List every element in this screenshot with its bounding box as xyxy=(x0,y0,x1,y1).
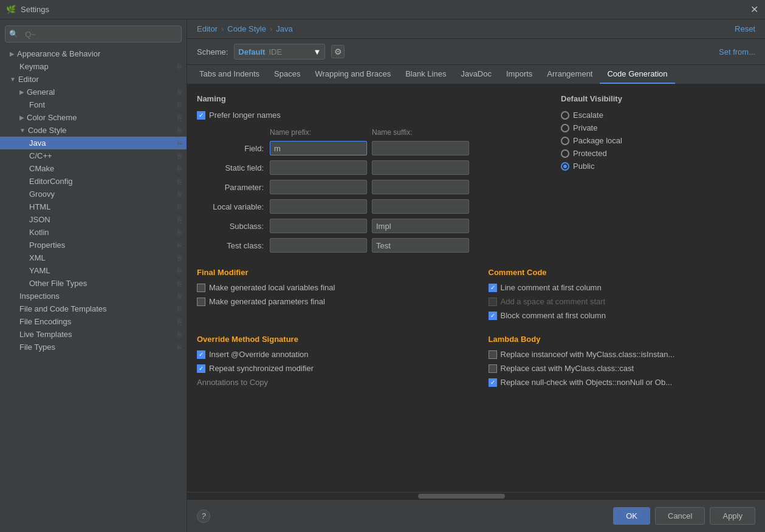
apply-button[interactable]: Apply xyxy=(710,507,755,525)
comment-code-label-2: Block comment at first column xyxy=(501,311,606,320)
name-suffix-input-0[interactable] xyxy=(372,141,469,155)
override-checkbox-1[interactable] xyxy=(197,364,205,373)
sidebar-item-yaml[interactable]: YAML⎘ xyxy=(0,264,187,277)
name-prefix-input-5[interactable] xyxy=(270,238,367,253)
prefer-longer-row[interactable]: Prefer longer names xyxy=(197,111,537,120)
name-suffix-input-2[interactable] xyxy=(372,180,469,194)
radio-label-2: Package local xyxy=(573,136,622,145)
sidebar-item-java[interactable]: Java⎘ xyxy=(0,137,187,149)
sidebar-item-keymap[interactable]: Keymap⎘ xyxy=(0,60,187,73)
sidebar-item-kotlin[interactable]: Kotlin⎘ xyxy=(0,226,187,239)
radio-item-3[interactable]: Protected xyxy=(561,149,755,158)
search-input[interactable] xyxy=(21,30,177,39)
final-modifier-option-1[interactable]: Make generated parameters final xyxy=(197,297,464,306)
set-from-link[interactable]: Set from... xyxy=(719,47,755,56)
sidebar-item-label: Code Style xyxy=(28,126,67,135)
tab-wrapping[interactable]: Wrapping and Braces xyxy=(307,65,398,84)
sidebar-item-general[interactable]: ▶General⎘ xyxy=(0,86,187,98)
sidebar-item-properties[interactable]: Properties⎘ xyxy=(0,239,187,251)
tab-code-gen[interactable]: Code Generation xyxy=(600,65,674,84)
close-button[interactable]: ✕ xyxy=(749,5,759,15)
sidebar-item-color-scheme[interactable]: ▶Color Scheme⎘ xyxy=(0,111,187,124)
ok-button[interactable]: OK xyxy=(613,507,650,525)
arrow-icon: ▶ xyxy=(19,89,24,95)
sidebar-item-label: File Encodings xyxy=(19,317,71,326)
lambda-checkbox-1[interactable] xyxy=(489,364,497,373)
tab-javadoc[interactable]: JavaDoc xyxy=(453,65,499,84)
breadcrumb-java[interactable]: Java xyxy=(276,24,292,33)
sidebar-item-cmake[interactable]: CMake⎘ xyxy=(0,162,187,175)
lambda-checkbox-2[interactable] xyxy=(489,378,497,387)
radio-circle-1 xyxy=(561,124,569,132)
name-prefix-input-0[interactable] xyxy=(270,141,367,155)
name-suffix-input-3[interactable] xyxy=(372,199,469,214)
override-checkbox-0[interactable] xyxy=(197,350,205,359)
lambda-option-0[interactable]: Replace instanceof with MyClass.class::i… xyxy=(489,350,756,359)
name-prefix-input-4[interactable] xyxy=(270,219,367,233)
sidebar-item-label: YAML xyxy=(29,266,50,275)
breadcrumb-editor[interactable]: Editor xyxy=(197,24,218,33)
override-option-0[interactable]: Insert @Override annotation xyxy=(197,350,464,359)
name-suffix-input-5[interactable] xyxy=(372,238,469,253)
name-suffix-input-1[interactable] xyxy=(372,160,469,175)
final-modifier-option-0[interactable]: Make generated local variables final xyxy=(197,283,464,292)
breadcrumb-code-style[interactable]: Code Style xyxy=(227,24,266,33)
tab-arrangement[interactable]: Arrangement xyxy=(540,65,600,84)
sidebar-item-cpp[interactable]: C/C++⎘ xyxy=(0,149,187,162)
comment-code-options: Line comment at first column Add a space… xyxy=(489,283,756,320)
horizontal-scrollbar[interactable] xyxy=(187,492,765,499)
radio-item-2[interactable]: Package local xyxy=(561,136,755,145)
sidebar-item-file-code-templates[interactable]: File and Code Templates⎘ xyxy=(0,302,187,315)
sidebar-item-live-templates[interactable]: Live Templates⎘ xyxy=(0,328,187,341)
lambda-checkbox-0[interactable] xyxy=(489,350,497,359)
scheme-row: Scheme: Default IDE ▼ ⚙ Set from... xyxy=(187,39,765,65)
name-prefix-input-3[interactable] xyxy=(270,199,367,214)
sidebar-item-inspections[interactable]: Inspections⎘ xyxy=(0,290,187,302)
sidebar-item-xml[interactable]: XML⎘ xyxy=(0,251,187,264)
tab-tabs-indents[interactable]: Tabs and Indents xyxy=(192,65,267,84)
scheme-gear-button[interactable]: ⚙ xyxy=(331,45,345,58)
scrollbar-thumb[interactable] xyxy=(418,494,505,499)
sidebar-item-html[interactable]: HTML⎘ xyxy=(0,200,187,213)
tab-imports[interactable]: Imports xyxy=(499,65,540,84)
name-prefix-input-2[interactable] xyxy=(270,180,367,194)
sidebar-item-label: Keymap xyxy=(19,62,49,71)
sidebar-item-json[interactable]: JSON⎘ xyxy=(0,213,187,226)
sidebar-item-font[interactable]: Font⎘ xyxy=(0,98,187,111)
radio-item-0[interactable]: Escalate xyxy=(561,111,755,120)
radio-label-0: Escalate xyxy=(573,111,603,120)
help-button[interactable]: ? xyxy=(197,510,210,523)
comment-code-checkbox-2[interactable] xyxy=(489,312,497,320)
settings-dialog: 🔍 ▶Appearance & BehaviorKeymap⎘▼Editor▶G… xyxy=(0,19,765,532)
comment-code-checkbox-0[interactable] xyxy=(489,284,497,292)
reset-button[interactable]: Reset xyxy=(735,24,755,33)
sidebar-item-editor[interactable]: ▼Editor xyxy=(0,73,187,86)
radio-item-4[interactable]: Public xyxy=(561,162,755,171)
scheme-label: Scheme: xyxy=(197,47,228,56)
tab-spaces[interactable]: Spaces xyxy=(267,65,307,84)
final-modifier-checkbox-1[interactable] xyxy=(197,298,205,306)
lambda-option-1[interactable]: Replace cast with MyClass.class::cast xyxy=(489,364,756,373)
sidebar-item-other-file-types[interactable]: Other File Types⎘ xyxy=(0,277,187,290)
search-box[interactable]: 🔍 xyxy=(5,26,182,43)
sidebar-item-groovy[interactable]: Groovy⎘ xyxy=(0,188,187,200)
sidebar-item-file-types[interactable]: File Types⎘ xyxy=(0,341,187,353)
scheme-dropdown[interactable]: Default IDE ▼ xyxy=(234,44,325,60)
final-modifier-checkbox-0[interactable] xyxy=(197,284,205,292)
naming-section: Naming Prefer longer names Name prefix: … xyxy=(197,94,537,256)
override-option-1[interactable]: Repeat synchronized modifier xyxy=(197,364,464,373)
sidebar-item-editorconfig[interactable]: EditorConfig⎘ xyxy=(0,175,187,188)
comment-code-option-2[interactable]: Block comment at first column xyxy=(489,311,756,320)
comment-code-option-0[interactable]: Line comment at first column xyxy=(489,283,756,292)
sidebar-item-code-style[interactable]: ▼Code Style⎘ xyxy=(0,124,187,137)
prefer-longer-checkbox[interactable] xyxy=(197,111,205,120)
radio-item-1[interactable]: Private xyxy=(561,123,755,132)
sidebar-item-label: C/C++ xyxy=(29,151,52,160)
sidebar-item-appearance[interactable]: ▶Appearance & Behavior xyxy=(0,47,187,60)
name-suffix-input-4[interactable] xyxy=(372,219,469,233)
tab-blank-lines[interactable]: Blank Lines xyxy=(398,65,453,84)
sidebar-item-file-encodings[interactable]: File Encodings⎘ xyxy=(0,315,187,328)
cancel-button[interactable]: Cancel xyxy=(655,507,705,525)
name-prefix-input-1[interactable] xyxy=(270,160,367,175)
lambda-option-2[interactable]: Replace null-check with Objects::nonNull… xyxy=(489,378,756,387)
